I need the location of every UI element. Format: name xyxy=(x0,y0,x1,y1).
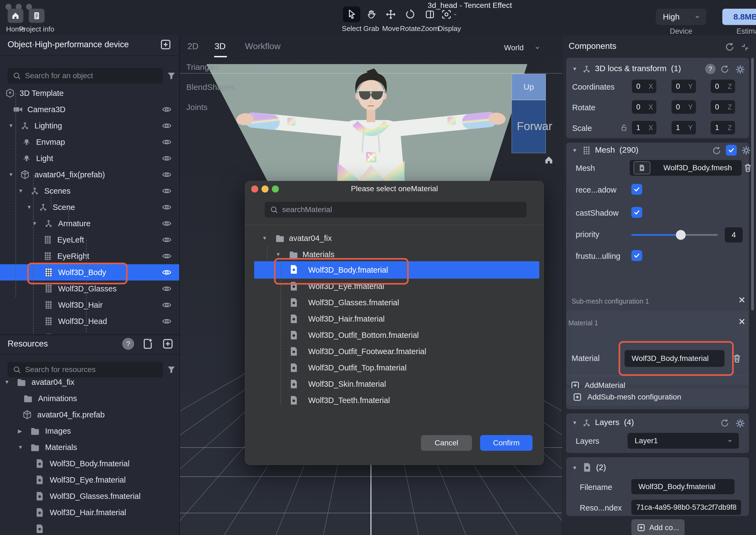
tree-item-Lighting[interactable]: ▼Lighting xyxy=(0,118,179,134)
import-resource-button[interactable] xyxy=(142,338,154,350)
confirm-button[interactable]: Confirm xyxy=(480,435,533,451)
eye-visibility-icon[interactable] xyxy=(162,104,172,114)
scale-z-input[interactable]: 1Z xyxy=(711,121,735,134)
expander-icon[interactable]: ▼ xyxy=(572,66,577,72)
expander-icon[interactable]: ▼ xyxy=(572,465,577,471)
eye-visibility-icon[interactable] xyxy=(162,137,172,147)
tree-item-Envmap[interactable]: Envmap xyxy=(0,134,179,150)
filename-field[interactable]: Wolf3D_Body.fmaterial xyxy=(631,479,735,494)
coordinates-x-input[interactable]: 0X xyxy=(632,80,656,93)
expander-icon[interactable]: ▼ xyxy=(32,220,37,227)
tree-item-3D Template[interactable]: 3D Template xyxy=(0,85,179,101)
material-field[interactable]: Wolf3D_Body.fmaterial xyxy=(625,350,724,367)
resource-item-Wolf3D_Hair.fmaterial[interactable]: Wolf3D_Hair.fmaterial xyxy=(0,504,179,521)
modal-material-item[interactable]: Wolf3D_Outfit_Top.fmaterial xyxy=(245,359,544,376)
material-search-input[interactable]: searchMaterial xyxy=(265,202,526,217)
gizmo-home-icon[interactable] xyxy=(544,155,554,165)
gizmo-forward-face[interactable]: Forwar xyxy=(512,100,546,153)
rotate-z-input[interactable]: 0Z xyxy=(711,100,735,114)
eye-visibility-icon[interactable] xyxy=(162,333,172,334)
eye-visibility-icon[interactable] xyxy=(162,186,172,196)
refresh-icon[interactable] xyxy=(720,418,730,428)
home-button[interactable] xyxy=(8,9,23,23)
modal-folder-avatar04_fix[interactable]: ▼avatar04_fix xyxy=(245,230,544,246)
help-icon[interactable]: ? xyxy=(705,64,715,74)
resource-item-Wolf3D_Eye.fmaterial[interactable]: Wolf3D_Eye.fmaterial xyxy=(0,472,179,488)
object-filter-icon[interactable] xyxy=(167,71,176,80)
close-icon[interactable] xyxy=(737,295,746,304)
expander-icon[interactable]: ▼ xyxy=(572,420,577,426)
tool-grab-button[interactable] xyxy=(363,7,380,22)
scale-y-input[interactable]: 1Y xyxy=(672,121,696,134)
resources-filter-icon[interactable] xyxy=(167,365,176,374)
resource-item-avatar04_fix.prefab[interactable]: avatar04_fix.prefab xyxy=(0,407,179,423)
modal-material-item[interactable]: Wolf3D_Skin.fmaterial xyxy=(245,376,544,392)
tool-rotate-button[interactable] xyxy=(402,7,419,22)
receive-shadow-checkbox[interactable] xyxy=(631,184,642,195)
tab-3d[interactable]: 3D xyxy=(214,41,226,51)
tool-display-button[interactable] xyxy=(441,7,458,22)
mesh-file-field[interactable]: Wolf3D_Body.fmesh xyxy=(630,160,742,176)
project-info-button[interactable] xyxy=(29,9,44,23)
rotate-y-input[interactable]: 0Y xyxy=(672,100,696,114)
expander-icon[interactable]: ▼ xyxy=(572,148,577,154)
add-object-button[interactable] xyxy=(160,39,172,50)
resource-item-clipped[interactable] xyxy=(0,521,179,535)
tree-item-EyeRight[interactable]: EyeRight xyxy=(0,248,179,264)
help-icon[interactable]: ? xyxy=(122,338,134,350)
add-resource-button[interactable] xyxy=(162,338,174,350)
resource-item-Wolf3D_Glasses.fmaterial[interactable]: Wolf3D_Glasses.fmaterial xyxy=(0,488,179,504)
expander-icon[interactable]: ▶ xyxy=(18,428,22,434)
add-submesh-row[interactable]: AddSub-mesh configuration xyxy=(566,388,749,406)
refresh-icon[interactable] xyxy=(712,146,721,155)
expander-icon[interactable]: ▼ xyxy=(4,379,10,385)
eye-visibility-icon[interactable] xyxy=(162,235,172,245)
trash-icon[interactable] xyxy=(732,354,742,363)
resource-item-Images[interactable]: ▶Images xyxy=(0,423,179,439)
gear-icon[interactable] xyxy=(741,145,751,155)
modal-material-item[interactable]: Wolf3D_Body.fmaterial xyxy=(254,261,539,279)
expander-icon[interactable]: ▼ xyxy=(9,123,14,129)
tree-item-Wolf3D_Body[interactable]: Wolf3D_Body xyxy=(0,264,179,281)
gizmo-up-face[interactable]: Up xyxy=(512,74,546,100)
tab-workflow[interactable]: Workflow xyxy=(245,41,281,51)
close-icon[interactable] xyxy=(737,317,746,326)
device-select[interactable]: High xyxy=(656,9,706,25)
resource-item-Materials[interactable]: ▼Materials xyxy=(0,439,179,455)
coordinates-z-input[interactable]: 0Z xyxy=(711,80,735,93)
tree-item-Light[interactable]: Light xyxy=(0,150,179,166)
cast-shadow-checkbox[interactable] xyxy=(631,207,642,218)
tree-item-Wolf3D_Hair[interactable]: Wolf3D_Hair xyxy=(0,297,179,313)
collapse-panel-icon[interactable] xyxy=(740,42,750,52)
tree-item-Wolf3D_Head[interactable]: Wolf3D_Head xyxy=(0,313,179,329)
rotate-x-input[interactable]: 0X xyxy=(632,100,656,114)
eye-visibility-icon[interactable] xyxy=(162,300,172,310)
priority-value-field[interactable]: 4 xyxy=(725,227,743,242)
modal-material-item[interactable]: Wolf3D_Teeth.fmaterial xyxy=(245,392,544,408)
mesh-enabled-checkbox[interactable] xyxy=(726,145,737,155)
refresh-icon[interactable] xyxy=(720,64,730,74)
resource-item-Wolf3D_Body.fmaterial[interactable]: Wolf3D_Body.fmaterial xyxy=(0,455,179,472)
resource-index-field[interactable]: 71ca-4a95-98b0-573c2f7db9f8 xyxy=(631,500,741,515)
modal-material-item[interactable]: Wolf3D_Hair.fmaterial xyxy=(245,311,544,327)
eye-visibility-icon[interactable] xyxy=(162,316,172,326)
frustum-culling-checkbox[interactable] xyxy=(631,250,642,261)
modal-material-item[interactable]: Wolf3D_Outfit_Footwear.fmaterial xyxy=(245,343,544,359)
modal-folder-Materials[interactable]: ▼Materials xyxy=(245,246,544,263)
eye-visibility-icon[interactable] xyxy=(162,121,172,131)
tab-2d[interactable]: 2D xyxy=(187,41,199,51)
resource-item-avatar04_fix[interactable]: ▼avatar04_fix xyxy=(0,374,179,390)
tree-item-Camera3D[interactable]: Camera3D xyxy=(0,101,179,118)
eye-visibility-icon[interactable] xyxy=(162,202,172,212)
tool-move-button[interactable] xyxy=(382,7,400,22)
modal-material-item[interactable]: Wolf3D_Eye.fmaterial xyxy=(245,278,544,295)
eye-visibility-icon[interactable] xyxy=(162,219,172,228)
tree-item-avatar04_fix(prefab)[interactable]: ▼avatar04_fix(prefab) xyxy=(0,166,179,183)
refresh-icon[interactable] xyxy=(724,42,735,52)
tree-item-Wolf3D_Glasses[interactable]: Wolf3D_Glasses xyxy=(0,281,179,297)
expander-icon[interactable]: ▼ xyxy=(18,444,23,450)
scrollbar[interactable] xyxy=(751,58,754,310)
eye-visibility-icon[interactable] xyxy=(162,251,172,261)
gear-icon[interactable] xyxy=(735,418,745,429)
expander-icon[interactable]: ▼ xyxy=(18,188,23,194)
